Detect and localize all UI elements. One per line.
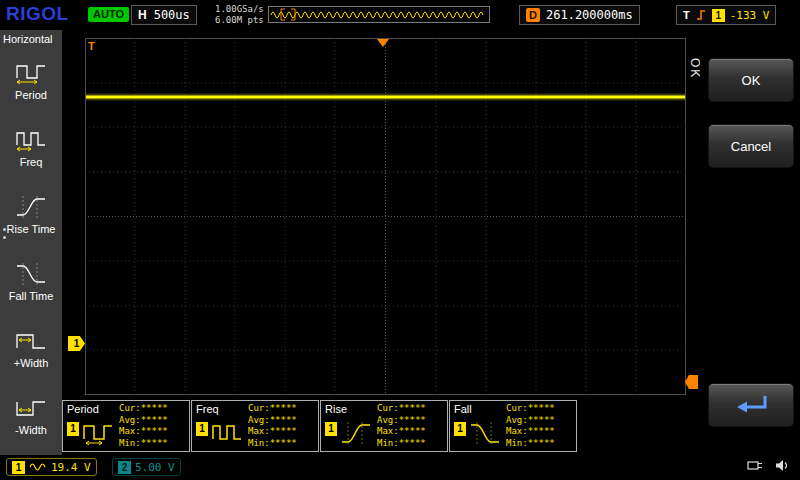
- measurement-fall: Fall 1 Cur:***** Avg:***** Max:***** Min…: [449, 400, 577, 452]
- run-status-badge: AUTO: [88, 7, 129, 22]
- ch2-status: 2 5.00 V: [112, 458, 181, 476]
- usb-icon: [747, 459, 765, 472]
- measurement-name: Freq: [196, 403, 219, 415]
- fall-time-icon: [14, 261, 48, 287]
- measurement-channel-badge: 1: [325, 422, 337, 436]
- measurement-channel-badge: 1: [196, 422, 208, 436]
- softkey-panel: OK Cancel: [700, 30, 800, 455]
- cancel-button[interactable]: Cancel: [708, 124, 794, 168]
- sidebar-item-fall-time[interactable]: Fall Time: [0, 248, 62, 315]
- sidebar-item-label: Fall Time: [9, 290, 54, 302]
- trigger-slope-icon: [695, 8, 707, 22]
- menu-title: Horizontal: [0, 30, 62, 47]
- sidebar-item-label: Period: [15, 89, 47, 101]
- horizontal-badge: H: [138, 8, 147, 22]
- measurement-period: Period 1 Cur:***** Avg:***** Max:***** M…: [62, 400, 190, 452]
- horizontal-menu-sidebar: Horizontal Period Freq Rise Time Fall Ti…: [0, 30, 62, 455]
- ch1-status: 1 19.4 V: [6, 458, 97, 476]
- measurement-bar: Period 1 Cur:***** Avg:***** Max:***** M…: [62, 400, 578, 452]
- measurement-name: Rise: [325, 403, 347, 415]
- sidebar-item-label: -Width: [15, 424, 47, 436]
- sidebar-item-freq[interactable]: Freq: [0, 114, 62, 181]
- sidebar-item-label: Rise Time: [7, 223, 56, 235]
- sidebar-item-label: Freq: [20, 156, 43, 168]
- memory-depth: 6.00M pts: [215, 15, 264, 26]
- delay-value: 261.200000ms: [546, 8, 633, 22]
- measurement-values: Cur:***** Avg:***** Max:***** Min:*****: [248, 403, 297, 449]
- measurement-channel-badge: 1: [67, 422, 79, 436]
- trigger-corner-label: T: [88, 40, 95, 52]
- ch2-scale-value: 5.00 V: [135, 461, 175, 474]
- timebase-value: 500us: [154, 8, 190, 22]
- period-icon: [82, 419, 114, 447]
- sidebar-item-period[interactable]: Period: [0, 47, 62, 114]
- menu-page-dots: [3, 228, 6, 239]
- rise-time-icon: [14, 194, 48, 220]
- measurement-channel-badge: 1: [454, 422, 466, 436]
- fall-icon: [469, 419, 501, 447]
- preview-waveform-icon: [269, 7, 489, 22]
- system-icons: [747, 459, 790, 472]
- delay-badge: D: [526, 8, 540, 22]
- freq-icon: [14, 127, 48, 153]
- measurement-values: Cur:***** Avg:***** Max:***** Min:*****: [119, 403, 168, 449]
- ok-button[interactable]: OK: [708, 58, 794, 102]
- delay-readout: D 261.200000ms: [519, 5, 640, 25]
- rigol-logo: RIGOL: [6, 3, 69, 25]
- trigger-level-marker: [685, 375, 698, 389]
- sidebar-item-pos-width[interactable]: +Width: [0, 315, 62, 382]
- trigger-badge: T: [683, 9, 690, 21]
- ch1-wave-icon: [29, 461, 47, 473]
- scope-display: T 1: [62, 30, 700, 400]
- graticule-grid: [85, 38, 686, 395]
- ch1-scale-value: 19.4 V: [51, 461, 91, 474]
- ch2-badge: 2: [118, 461, 131, 474]
- measurement-name: Fall: [454, 403, 472, 415]
- top-status-bar: RIGOL AUTO H 500us 1.00GSa/s 6.00M pts D…: [0, 0, 800, 30]
- ch1-badge: 1: [12, 461, 25, 474]
- sidebar-item-label: +Width: [14, 357, 49, 369]
- measurement-rise: Rise 1 Cur:***** Avg:***** Max:***** Min…: [320, 400, 448, 452]
- neg-width-icon: [14, 395, 48, 421]
- rise-icon: [340, 419, 372, 447]
- measurement-values: Cur:***** Avg:***** Max:***** Min:*****: [506, 403, 555, 449]
- measurement-freq: Freq 1 Cur:***** Avg:***** Max:***** Min…: [191, 400, 319, 452]
- sidebar-item-rise-time[interactable]: Rise Time: [0, 181, 62, 248]
- acquisition-readout: 1.00GSa/s 6.00M pts: [215, 4, 264, 26]
- measurement-values: Cur:***** Avg:***** Max:***** Min:*****: [377, 403, 426, 449]
- sidebar-item-neg-width[interactable]: -Width: [0, 382, 62, 449]
- waveform-preview: [268, 6, 490, 23]
- period-icon: [14, 60, 48, 86]
- measurement-name: Period: [67, 403, 99, 415]
- sample-rate: 1.00GSa/s: [215, 4, 264, 15]
- trigger-readout: T 1 -133 V: [676, 5, 776, 25]
- horizontal-timebase-readout: H 500us: [131, 5, 197, 25]
- speaker-icon: [775, 459, 790, 472]
- trigger-source-badge: 1: [712, 9, 725, 22]
- trigger-level-value: -133 V: [730, 9, 770, 22]
- return-button[interactable]: [708, 383, 794, 427]
- pos-width-icon: [14, 328, 48, 354]
- graticule: [85, 38, 686, 395]
- ch1-level-marker: 1: [68, 336, 85, 351]
- bottom-status-bar: 1 19.4 V 2 5.00 V: [0, 455, 800, 480]
- freq-icon: [211, 419, 243, 447]
- return-arrow-icon: [729, 392, 773, 418]
- trigger-position-marker: [377, 39, 389, 47]
